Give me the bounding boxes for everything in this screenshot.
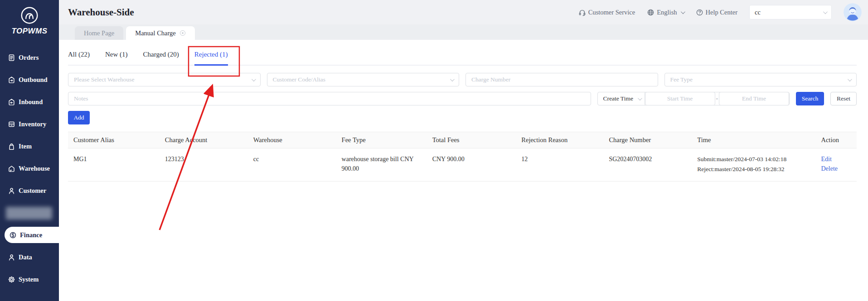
sidebar-item-label: System — [19, 276, 39, 283]
sidebar-item-label: Warehouse — [19, 165, 50, 172]
topbar: Warehouse-Side Customer Service English … — [59, 0, 868, 24]
sidebar-item-label: Inbound — [19, 98, 43, 106]
table-header-row: Customer Alias Charge Account Warehouse … — [68, 132, 857, 148]
filter-row-1: Please Select Warehouse Customer Code/Al… — [68, 73, 857, 86]
col-fee-type: Fee Type — [336, 132, 427, 148]
sidebar-item-label: Finance — [20, 231, 42, 239]
content: All (22) New (1) Charged (20) Rejected (… — [59, 40, 868, 182]
charges-table: Customer Alias Charge Account Warehouse … — [68, 132, 857, 182]
subtab-new[interactable]: New (1) — [105, 51, 128, 58]
sidebar-item-warehouse[interactable]: Warehouse — [0, 158, 59, 180]
topwms-logo-icon — [20, 6, 39, 25]
sidebar: TOPWMS Orders Outbound Inbound Inventory… — [0, 0, 59, 301]
globe-icon — [647, 9, 655, 16]
topbar-right: Customer Service English Help Center cc — [578, 3, 862, 21]
date-range-picker: Create Time - — [597, 92, 790, 105]
warehouse-icon — [8, 165, 15, 172]
sidebar-nav: Orders Outbound Inbound Inventory Item W… — [0, 47, 59, 291]
charge-number-input[interactable] — [466, 73, 658, 86]
cell-customer-alias: MG1 — [68, 148, 160, 182]
sidebar-item-label: Orders — [19, 54, 39, 62]
edit-link[interactable]: Edit — [821, 154, 851, 164]
subtab-charged[interactable]: Charged (20) — [143, 51, 179, 58]
inventory-icon — [8, 120, 15, 128]
reset-button[interactable]: Reset — [830, 92, 857, 105]
cell-warehouse: cc — [248, 148, 336, 182]
col-time: Time — [692, 132, 815, 148]
time-type-select[interactable]: Create Time — [598, 92, 645, 105]
customer-code-select[interactable]: Customer Code/Alias — [267, 73, 460, 86]
sidebar-item-label: Inventory — [19, 120, 46, 128]
chevron-down-icon — [637, 96, 642, 100]
chevron-down-icon — [450, 77, 455, 81]
question-circle-icon — [696, 9, 703, 16]
fee-type-select[interactable]: Fee Type — [664, 73, 857, 86]
col-action: Action — [815, 132, 857, 148]
subtab-rejected[interactable]: Rejected (1) — [194, 51, 228, 58]
search-button[interactable]: Search — [796, 92, 824, 105]
start-time-input[interactable] — [645, 92, 715, 105]
sidebar-item-redacted[interactable] — [0, 202, 59, 224]
cell-charge-number: SG20240703002 — [603, 148, 692, 182]
cell-time: Submit:master/2024-07-03 14:02:18 Reject… — [692, 148, 815, 182]
tab-label: Manual Charge — [135, 29, 176, 37]
sidebar-item-label: Customer — [19, 187, 46, 195]
language-label: English — [657, 9, 677, 16]
range-separator: - — [715, 95, 719, 102]
tab-home-page[interactable]: Home Page — [75, 26, 123, 40]
account-select-value: cc — [755, 9, 761, 16]
chevron-down-icon — [848, 77, 852, 81]
chevron-down-icon — [823, 10, 828, 14]
finance-icon — [9, 231, 17, 239]
sidebar-item-item[interactable]: Item — [0, 135, 59, 158]
sidebar-item-label: Item — [19, 143, 32, 150]
col-charge-account: Charge Account — [160, 132, 248, 148]
delete-link[interactable]: Delete — [821, 164, 851, 173]
sidebar-item-data[interactable]: Data — [0, 246, 59, 268]
logo: TOPWMS — [0, 0, 59, 36]
notes-input[interactable] — [68, 92, 591, 105]
sidebar-item-inventory[interactable]: Inventory — [0, 113, 59, 135]
add-button[interactable]: Add — [68, 111, 90, 124]
system-icon — [8, 276, 15, 283]
sidebar-item-outbound[interactable]: Outbound — [0, 69, 59, 91]
avatar[interactable] — [844, 3, 862, 21]
tab-label: Home Page — [84, 29, 114, 37]
sidebar-item-finance[interactable]: Finance — [5, 227, 59, 243]
close-icon[interactable] — [179, 30, 186, 36]
cell-fee-type: warehouse storage bill CNY 900.00 — [336, 148, 427, 182]
sidebar-item-system[interactable]: System — [0, 268, 59, 291]
account-select[interactable]: cc — [749, 5, 832, 19]
help-center-link[interactable]: Help Center — [696, 9, 737, 16]
filters: Please Select Warehouse Customer Code/Al… — [68, 73, 857, 105]
warehouse-select[interactable]: Please Select Warehouse — [68, 73, 261, 86]
end-time-input[interactable] — [719, 92, 789, 105]
sidebar-item-label: Outbound — [19, 76, 48, 84]
chevron-down-icon — [680, 10, 685, 14]
fee-type-placeholder: Fee Type — [670, 76, 693, 83]
col-total-fees: Total Fees — [427, 132, 516, 148]
data-icon — [8, 253, 15, 261]
outbound-icon — [8, 76, 15, 84]
sidebar-item-customer[interactable]: Customer — [0, 180, 59, 202]
customer-service-link[interactable]: Customer Service — [578, 9, 635, 16]
redacted-blur-block — [6, 207, 52, 220]
help-center-label: Help Center — [706, 9, 737, 16]
cell-total-fees: CNY 900.00 — [427, 148, 516, 182]
language-select[interactable]: English — [647, 9, 684, 16]
sidebar-item-inbound[interactable]: Inbound — [0, 91, 59, 113]
sidebar-item-orders[interactable]: Orders — [0, 47, 59, 69]
col-charge-number: Charge Number — [603, 132, 692, 148]
logo-text: TOPWMS — [0, 27, 59, 36]
subtab-all[interactable]: All (22) — [68, 51, 90, 58]
table-row: MG1 123123 cc warehouse storage bill CNY… — [68, 148, 857, 182]
chevron-down-icon — [251, 77, 256, 81]
page-title: Warehouse-Side — [68, 7, 134, 18]
time-type-value: Create Time — [603, 95, 633, 102]
avatar-image — [844, 3, 862, 21]
time-reject: Reject:master/2024-08-05 19:28:32 — [697, 164, 810, 174]
status-subtabs: All (22) New (1) Charged (20) Rejected (… — [68, 51, 857, 66]
tab-manual-charge[interactable]: Manual Charge — [126, 26, 195, 40]
customer-service-label: Customer Service — [588, 9, 635, 16]
headset-icon — [578, 9, 586, 16]
